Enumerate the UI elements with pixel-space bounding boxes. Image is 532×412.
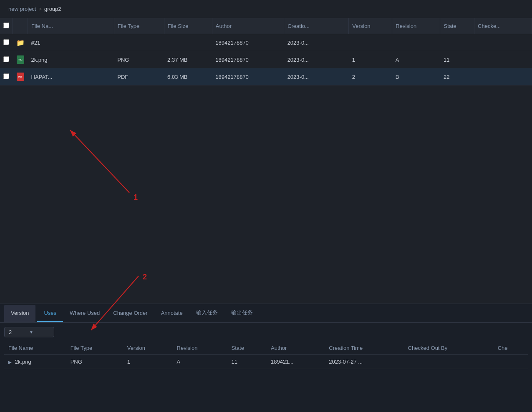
row-state: 22 [440, 68, 474, 85]
row-checkbox-cell [0, 51, 13, 68]
table-row[interactable]: PNG 2k.png PNG 2.37 MB 18942178870 2023-… [0, 51, 532, 68]
svg-text:1: 1 [134, 193, 138, 201]
breadcrumb: new project > group2 [0, 0, 532, 18]
uses-header-file-type: File Type [66, 342, 123, 355]
tab-input-task[interactable]: 输入任务 [189, 304, 224, 322]
tab-annotate[interactable]: Annotate [154, 305, 189, 322]
uses-row-file-type: PNG [66, 355, 123, 369]
row-file-name: HAPAT... [28, 68, 114, 85]
header-file-size[interactable]: File Size [164, 18, 212, 34]
uses-row-checked-out-by [404, 355, 494, 369]
table-row[interactable]: PDF HAPAT... PDF 6.03 MB 18942178870 202… [0, 68, 532, 85]
row-checked-out [474, 68, 532, 85]
tab-change-order[interactable]: Change Order [106, 305, 154, 322]
uses-table-header: File Name File Type Version Revision Sta [4, 342, 528, 355]
uses-row-author: 189421... [267, 355, 325, 369]
row-file-type [114, 34, 164, 51]
svg-text:2: 2 [143, 273, 147, 281]
bottom-panel: Version Uses Where Used Change Order Ann… [0, 304, 532, 412]
uses-row-revision: A [173, 355, 227, 369]
header-file-name[interactable]: File Na... [28, 18, 114, 34]
bottom-panel-content: 2 ▼ File Name File Type Version [0, 323, 532, 373]
folder-icon: 📁 [16, 38, 25, 47]
row-state [440, 34, 474, 51]
uses-header-che: Che [494, 342, 528, 355]
row-checked-out [474, 34, 532, 51]
select-all-checkbox[interactable] [3, 23, 9, 28]
pdf-icon: PDF [17, 73, 24, 81]
row-file-size: 2.37 MB [164, 51, 212, 68]
table-row[interactable]: 📁 #21 18942178870 2023-0... [0, 34, 532, 51]
row-file-name: #21 [28, 34, 114, 51]
row-checkbox-cell [0, 34, 13, 51]
row-file-type: PDF [114, 68, 164, 85]
png-icon: PNG [17, 55, 24, 64]
breadcrumb-parent[interactable]: new project [8, 6, 36, 12]
row-creation: 2023-0... [284, 68, 349, 85]
row-checkbox[interactable] [3, 39, 9, 45]
row-file-size: 6.03 MB [164, 68, 212, 85]
header-creation[interactable]: Creatio... [284, 18, 349, 34]
header-checked-out[interactable]: Checke... [474, 18, 532, 34]
header-version[interactable]: Version [349, 18, 392, 34]
row-checkbox[interactable] [3, 73, 9, 79]
table-header-row: File Na... File Type File Size Author Cr… [0, 18, 532, 34]
uses-table-row[interactable]: ▶ 2k.png PNG 1 A 11 189421... 2023-07-27… [4, 355, 528, 369]
uses-header-revision: Revision [173, 342, 227, 355]
row-revision: A [392, 51, 440, 68]
row-revision [392, 34, 440, 51]
breadcrumb-separator: > [38, 6, 42, 12]
dropdown-arrow-icon: ▼ [29, 330, 50, 334]
header-author[interactable]: Author [212, 18, 284, 34]
version-dropdown[interactable]: 2 ▼ [4, 327, 54, 337]
header-state[interactable]: State [440, 18, 474, 34]
tab-version[interactable]: Version [4, 305, 35, 322]
expand-icon[interactable]: ▶ [8, 360, 12, 364]
uses-table: File Name File Type Version Revision Sta [4, 342, 528, 369]
svg-line-1 [70, 130, 129, 193]
row-file-name: 2k.png [28, 51, 114, 68]
row-state: 11 [440, 51, 474, 68]
row-checked-out [474, 51, 532, 68]
row-file-size [164, 34, 212, 51]
uses-header-state: State [227, 342, 267, 355]
row-file-type: PNG [114, 51, 164, 68]
row-icon-cell: PNG [13, 51, 28, 68]
row-author: 18942178870 [212, 34, 284, 51]
header-icon-col [13, 18, 28, 34]
row-icon-cell: 📁 [13, 34, 28, 51]
uses-header-creation-time: Creation Time [325, 342, 403, 355]
header-checkbox-cell [0, 18, 13, 34]
uses-header-file-name: File Name [4, 342, 66, 355]
bottom-tabs: Version Uses Where Used Change Order Ann… [0, 304, 532, 323]
row-revision: B [392, 68, 440, 85]
uses-header-checked-out-by: Checked Out By [404, 342, 494, 355]
row-version: 1 [349, 51, 392, 68]
row-creation: 2023-0... [284, 51, 349, 68]
uses-row-state: 11 [227, 355, 267, 369]
row-author: 18942178870 [212, 68, 284, 85]
uses-header-version: Version [123, 342, 173, 355]
row-version: 2 [349, 68, 392, 85]
row-checkbox-cell [0, 68, 13, 85]
row-author: 18942178870 [212, 51, 284, 68]
tab-where-used[interactable]: Where Used [63, 305, 106, 322]
uses-row-creation-time: 2023-07-27 ... [325, 355, 403, 369]
row-icon-cell: PDF [13, 68, 28, 85]
uses-row-version: 1 [123, 355, 173, 369]
breadcrumb-current: group2 [44, 6, 61, 12]
header-file-type[interactable]: File Type [114, 18, 164, 34]
row-checkbox[interactable] [3, 56, 9, 62]
row-version [349, 34, 392, 51]
uses-row-file-name: ▶ 2k.png [4, 355, 66, 369]
main-file-table: File Na... File Type File Size Author Cr… [0, 18, 532, 85]
header-revision[interactable]: Revision [392, 18, 440, 34]
uses-row-che [494, 355, 528, 369]
row-creation: 2023-0... [284, 34, 349, 51]
tab-output-task[interactable]: 输出任务 [224, 304, 260, 322]
tab-uses[interactable]: Uses [37, 305, 63, 322]
uses-header-author: Author [267, 342, 325, 355]
